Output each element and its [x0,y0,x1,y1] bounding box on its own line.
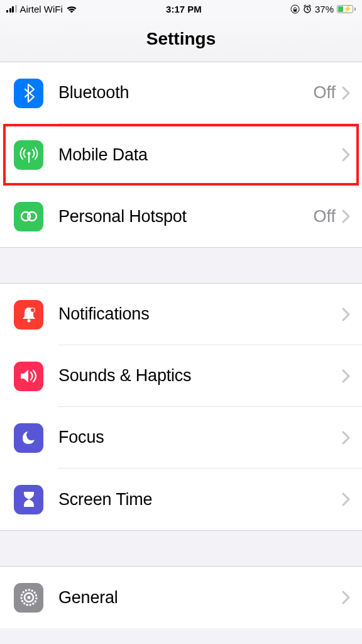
chevron-right-icon [342,148,351,162]
row-mobile-data[interactable]: Mobile Data [0,124,362,186]
chevron-right-icon [342,431,351,445]
row-label: Notifications [58,304,342,324]
wifi-icon [66,5,77,13]
row-label: Personal Hotspot [58,207,313,226]
row-label: Focus [58,428,342,447]
row-bluetooth[interactable]: Bluetooth Off [0,62,362,124]
hotspot-icon [14,202,43,231]
row-personal-hotspot[interactable]: Personal Hotspot Off [0,186,362,247]
row-label: Sounds & Haptics [58,366,342,386]
row-sounds-haptics[interactable]: Sounds & Haptics [0,345,362,407]
chevron-right-icon [342,591,351,604]
status-time: 3:17 PM [166,4,202,14]
hourglass-icon [14,485,43,514]
row-label: General [58,588,342,608]
status-right: 37% ⚡ [290,4,356,14]
page-title: Settings [0,29,362,49]
bluetooth-icon [14,79,43,108]
chevron-right-icon [342,86,351,100]
row-general[interactable]: General [0,567,362,628]
carrier-label: Airtel WiFi [20,4,63,14]
speaker-icon [14,362,43,391]
battery-icon: ⚡ [337,5,356,13]
status-left: Airtel WiFi [6,4,77,14]
settings-group-general: General [0,567,362,628]
svg-point-3 [27,152,30,155]
row-label: Mobile Data [58,145,342,165]
antenna-icon [14,140,43,170]
svg-point-8 [31,308,35,312]
chevron-right-icon [342,369,351,383]
svg-point-11 [27,596,30,599]
signal-icon [6,5,17,13]
settings-group-alerts: Notifications Sounds & Haptics Focus Scr… [0,284,362,530]
chevron-right-icon [342,308,351,321]
notifications-icon [14,300,43,330]
svg-point-6 [27,319,30,323]
chevron-right-icon [342,209,351,223]
svg-point-5 [28,212,36,221]
row-screen-time[interactable]: Screen Time [0,469,362,530]
moon-icon [14,423,43,453]
row-label: Screen Time [58,490,342,509]
battery-percent: 37% [315,4,334,14]
section-gap [0,247,362,284]
row-notifications[interactable]: Notifications [0,284,362,345]
row-focus[interactable]: Focus [0,407,362,469]
status-bar: Airtel WiFi 3:17 PM 37% ⚡ [0,0,362,18]
row-value: Off [313,83,336,103]
svg-point-0 [291,5,299,13]
alarm-icon [303,4,312,13]
settings-group-connectivity: Bluetooth Off Mobile Data Personal Hotsp… [0,62,362,247]
gear-icon [14,583,43,613]
orientation-lock-icon [290,4,300,14]
row-label: Bluetooth [58,83,313,103]
row-value: Off [313,207,336,226]
section-gap [0,530,362,567]
page-header: Settings [0,18,362,62]
svg-rect-1 [293,9,297,12]
chevron-right-icon [342,492,351,506]
